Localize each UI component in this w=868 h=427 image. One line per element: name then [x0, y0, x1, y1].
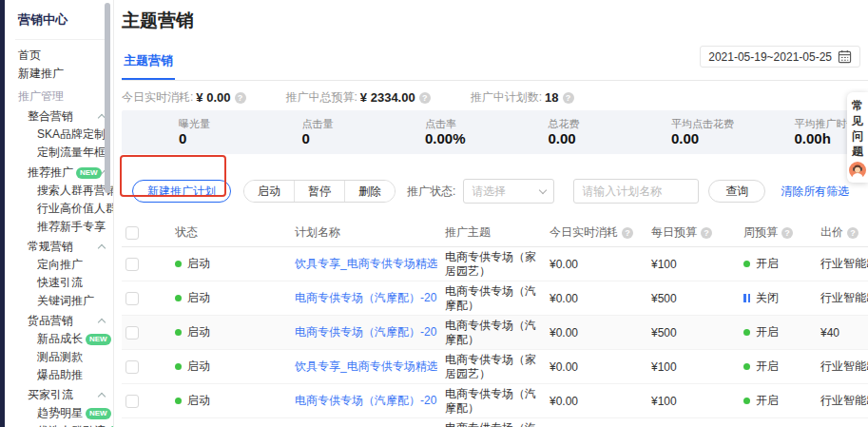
plan-name-cell: 饮具专享_电商专供专场精选...	[289, 359, 437, 375]
status-cell: 启动	[175, 359, 289, 375]
sidebar-item[interactable]: 首页	[15, 47, 113, 65]
new-plan-button[interactable]: 新建推广计划	[132, 180, 231, 203]
sidebar-item-label: 关键词推广	[37, 292, 94, 310]
stat-value: ¥ 0.00	[196, 90, 230, 105]
help-icon[interactable]	[781, 227, 793, 239]
sidebar-item-label: 搜索人群再营销	[37, 182, 113, 200]
new-badge: NEW	[76, 167, 102, 179]
cost-cell: ¥0.00	[544, 326, 643, 340]
plan-name-link[interactable]: 电商专供专场（汽摩配）-20...	[295, 290, 437, 306]
status-text: 启动	[187, 393, 210, 409]
sidebar-title: 营销中心	[15, 10, 107, 40]
metric-item: 曝光量 0	[122, 118, 245, 146]
sidebar-item[interactable]: 新品成长 NEW	[34, 330, 113, 348]
row-checkbox[interactable]	[125, 292, 139, 305]
bid-cell: 行业智能出价	[808, 290, 868, 306]
sidebar-item[interactable]: 推荐推广 NEW	[25, 164, 113, 182]
status-select[interactable]: 请选择	[463, 179, 554, 204]
sidebar-item[interactable]: 趋势明星 NEW	[34, 404, 113, 422]
sidebar-item[interactable]: 测品测款	[34, 348, 113, 366]
sidebar-item[interactable]: SKA品牌定制	[34, 126, 113, 144]
sidebar-item[interactable]: 新建推广	[15, 65, 113, 83]
new-badge: NEW	[86, 408, 111, 419]
summary-stat: 推广中总预算: ¥ 2334.00	[286, 89, 431, 106]
new-badge: NEW	[86, 334, 111, 345]
plans-table: 状态 计划名称 推广主题 今日实时消耗	[122, 219, 868, 427]
faq-widget[interactable]: 常见问题	[847, 92, 868, 183]
stat-value: 18	[545, 90, 558, 105]
sidebar-item[interactable]: 常规营销	[25, 238, 113, 256]
metric-value: 0	[179, 130, 245, 146]
stat-label: 推广中总预算:	[286, 89, 357, 106]
daily-budget-cell: ¥100	[643, 395, 730, 408]
sidebar-item[interactable]: 买家引流	[25, 386, 113, 404]
help-icon[interactable]	[622, 227, 633, 239]
theme-text: 电商专供专场（汽摩配）	[445, 387, 544, 416]
sidebar-item[interactable]: 搜索人群再营销	[34, 182, 113, 200]
metric-item: 总花费 0.00	[492, 118, 615, 146]
row-checkbox[interactable]	[125, 395, 139, 408]
row-checkbox[interactable]	[125, 326, 139, 340]
metric-value: 0	[302, 130, 369, 146]
metric-item: 点击率 0.00%	[368, 118, 492, 146]
plan-name-input[interactable]	[573, 179, 699, 204]
sidebar-item[interactable]: 推荐新手专享	[34, 218, 113, 236]
date-range-picker[interactable]: 2021-05-19~2021-05-25	[700, 46, 860, 68]
stat-label: 推广中计划数:	[471, 89, 542, 106]
delete-button[interactable]: 删除	[344, 181, 395, 202]
tab-theme-marketing[interactable]: 主题营销	[122, 52, 175, 80]
metric-label: 平均点击花费	[671, 118, 738, 130]
summary-stat: 今日实时消耗: ¥ 0.00	[122, 89, 246, 106]
theme-cell: 电商专供专场（汽摩配）	[437, 284, 544, 313]
sidebar-item[interactable]: 快速引流	[34, 274, 113, 292]
sidebar-item[interactable]: 行业高价值人群	[34, 200, 113, 218]
plan-name-link[interactable]: 电商专供专场（汽摩配）-20...	[295, 324, 437, 340]
sidebar-item[interactable]: 爆品助推	[34, 366, 113, 384]
status-dot-icon	[175, 398, 182, 404]
row-checkbox[interactable]	[125, 360, 139, 374]
search-button[interactable]: 查询	[708, 180, 765, 203]
help-icon[interactable]	[847, 227, 858, 239]
pause-button[interactable]: 暂停	[294, 181, 344, 202]
sidebar-scrollbar[interactable]	[105, 3, 110, 193]
metrics-bar: 曝光量 0 点击量 0 点击率 0.00% 总花费 0.00	[122, 110, 860, 154]
sidebar-item[interactable]: 优选人群引流 NEW	[34, 422, 113, 427]
help-icon[interactable]	[419, 92, 431, 104]
sidebar-menu: 首页 新建推广 推广管理 整合营销	[15, 47, 113, 427]
sidebar-item-label: 测品测款	[37, 348, 83, 366]
help-icon[interactable]	[701, 227, 712, 239]
metric-value: 0.00%	[425, 130, 492, 146]
week-on-dot-icon	[743, 261, 750, 267]
select-all-checkbox[interactable]	[125, 226, 139, 240]
sidebar-item-label: 优选人群引流	[37, 422, 106, 427]
table-row: 电商专供专场（汽摩配）	[122, 418, 868, 427]
week-on-dot-icon	[743, 363, 750, 370]
clear-filters-link[interactable]: 清除所有筛选	[781, 184, 849, 200]
week-pause-icon	[743, 294, 750, 302]
sidebar-item[interactable]: 货品营销	[25, 312, 113, 330]
theme-cell: 电商专供专场（汽摩配）	[437, 421, 544, 427]
metric-label: 曝光量	[179, 118, 245, 130]
sidebar-item-label: 货品营销	[28, 312, 73, 330]
plan-name-link[interactable]: 饮具专享_电商专供专场精选...	[295, 256, 437, 272]
column-header: 今日实时消耗	[544, 224, 643, 241]
sidebar-item-label: 行业高价值人群	[37, 200, 113, 218]
sidebar-item[interactable]: 整合营销	[25, 107, 113, 126]
theme-text: 电商专供专场（汽摩配）	[445, 421, 544, 427]
plan-name-link[interactable]: 饮具专享_电商专供专场精选...	[295, 359, 437, 375]
sidebar-item[interactable]: 推广管理	[15, 87, 113, 106]
row-checkbox[interactable]	[125, 258, 139, 271]
column-header: 周预算	[730, 224, 808, 241]
help-icon[interactable]	[563, 92, 574, 104]
sidebar-item-label: 爆品助推	[37, 366, 83, 384]
column-header-label: 推广主题	[445, 224, 491, 241]
help-icon[interactable]	[235, 92, 246, 104]
metric-label: 点击率	[425, 118, 492, 130]
bid-cell: 行业智能出价	[808, 359, 868, 375]
sidebar-item[interactable]: 定制流量年框	[34, 144, 113, 162]
sidebar-item[interactable]: 关键词推广	[34, 292, 113, 310]
sidebar-item[interactable]: 定向推广	[34, 256, 113, 274]
plan-name-link[interactable]: 电商专供专场（汽摩配）-20...	[295, 393, 437, 409]
start-button[interactable]: 启动	[244, 181, 294, 202]
stat-label: 今日实时消耗:	[122, 89, 193, 106]
